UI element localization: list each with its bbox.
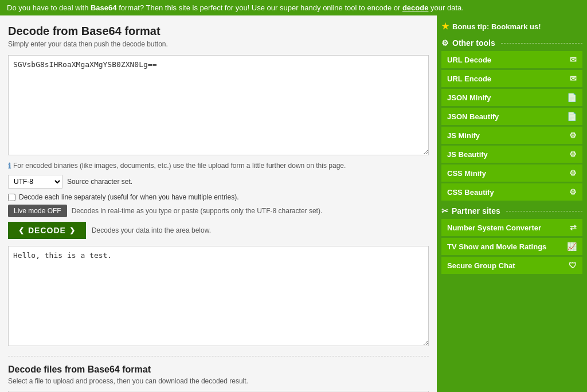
decode-row: ❮ DECODE ❯ Decodes your data into the ar…: [8, 222, 429, 239]
url-encode-icon: ✉: [570, 74, 577, 83]
css-minify-icon: ⚙: [569, 168, 577, 178]
tool-css-minify[interactable]: CSS Minify ⚙: [441, 164, 582, 182]
number-system-icon: ⇄: [570, 223, 577, 232]
tool-json-beautify[interactable]: JSON Beautify 📄: [441, 108, 582, 125]
controls-row: UTF-8 ASCII ISO-8859-1 Source character …: [8, 175, 429, 189]
decode-link[interactable]: decode: [402, 3, 429, 12]
live-mode-desc: Decodes in real-time as you type or past…: [72, 207, 323, 215]
charset-select[interactable]: UTF-8 ASCII ISO-8859-1: [8, 175, 62, 189]
secure-chat-icon: 🛡: [569, 261, 577, 270]
tool-css-minify-label: CSS Minify: [447, 169, 486, 178]
top-banner: Do you have to deal with Base64 format? …: [0, 0, 587, 15]
partner-number-system-label: Number System Converter: [447, 224, 541, 232]
tool-url-encode[interactable]: URL Encode ✉: [441, 70, 582, 87]
page-title: Decode from Base64 format: [8, 25, 429, 38]
output-textarea[interactable]: Hello, this is a test.: [8, 246, 429, 346]
decode-button[interactable]: ❮ DECODE ❯: [8, 222, 86, 239]
star-icon: ★: [441, 21, 449, 32]
decode-arrow-right: ❯: [69, 226, 76, 234]
partner-section: ✂ Partner sites Number System Converter …: [441, 206, 582, 274]
tool-url-decode[interactable]: URL Decode ✉: [441, 51, 582, 68]
bonus-tip-text: Bonus tip: Bookmark us!: [452, 22, 541, 31]
input-textarea[interactable]: [8, 55, 429, 155]
partner-tv-ratings-label: TV Show and Movie Ratings: [447, 242, 546, 251]
tool-js-beautify-label: JS Beautify: [447, 150, 488, 159]
json-beautify-icon: 📄: [567, 112, 577, 121]
live-mode-row: Live mode OFF Decodes in real-time as yo…: [8, 205, 429, 217]
js-minify-icon: ⚙: [569, 131, 577, 140]
section-divider: [8, 356, 429, 356]
page-subtitle: Simply enter your data then push the dec…: [8, 40, 429, 48]
partner-sites-title: ✂ Partner sites: [441, 206, 582, 215]
tool-js-minify-label: JS Minify: [447, 131, 480, 140]
partner-secure-chat-label: Secure Group Chat: [447, 261, 515, 270]
tool-url-encode-label: URL Encode: [447, 75, 491, 83]
js-beautify-icon: ⚙: [569, 150, 577, 159]
sidebar: ★ Bonus tip: Bookmark us! ⚙ Other tools …: [437, 15, 587, 392]
files-subtitle: Select a file to upload and process, the…: [8, 377, 429, 385]
tool-json-minify-label: JSON Minify: [447, 93, 491, 102]
charset-label: Source character set.: [67, 178, 132, 186]
bonus-tip: ★ Bonus tip: Bookmark us!: [441, 21, 582, 32]
content-area: Decode from Base64 format Simply enter y…: [0, 15, 437, 392]
main-layout: Decode from Base64 format Simply enter y…: [0, 15, 587, 392]
info-icon: ℹ: [8, 162, 11, 170]
tool-js-beautify[interactable]: JS Beautify ⚙: [441, 146, 582, 163]
separate-lines-checkbox[interactable]: [8, 194, 15, 201]
partner-secure-chat[interactable]: Secure Group Chat 🛡: [441, 257, 582, 274]
other-tools-title: ⚙ Other tools: [441, 38, 582, 48]
css-beautify-icon: ⚙: [569, 187, 577, 197]
tv-ratings-icon: 📈: [567, 242, 577, 251]
tool-js-minify[interactable]: JS Minify ⚙: [441, 127, 582, 144]
checkbox-row: Decode each line separately (useful for …: [8, 193, 429, 201]
decode-label: DECODE: [28, 226, 66, 235]
partner-icon: ✂: [441, 206, 448, 215]
tool-json-beautify-label: JSON Beautify: [447, 112, 499, 121]
tool-css-beautify-label: CSS Beautify: [447, 188, 494, 197]
tool-url-decode-label: URL Decode: [447, 56, 491, 64]
url-decode-icon: ✉: [570, 55, 577, 64]
info-row: ℹ For encoded binaries (like images, doc…: [8, 162, 429, 170]
decode-arrow-left: ❮: [18, 226, 25, 234]
json-minify-icon: 📄: [567, 93, 577, 102]
gear-icon: ⚙: [441, 38, 449, 48]
tools-list: URL Decode ✉ URL Encode ✉ JSON Minify 📄 …: [441, 51, 582, 201]
info-text: For encoded binaries (like images, docum…: [13, 162, 346, 170]
banner-text: Do you have to deal with Base64 format? …: [7, 3, 464, 12]
decode-desc: Decodes your data into the area below.: [92, 226, 211, 234]
checkbox-label: Decode each line separately (useful for …: [19, 193, 239, 201]
files-title: Decode files from Base64 format: [8, 364, 429, 375]
partner-number-system[interactable]: Number System Converter ⇄: [441, 219, 582, 236]
live-mode-button[interactable]: Live mode OFF: [8, 205, 67, 217]
partner-tv-ratings[interactable]: TV Show and Movie Ratings 📈: [441, 238, 582, 255]
tool-json-minify[interactable]: JSON Minify 📄: [441, 89, 582, 106]
tool-css-beautify[interactable]: CSS Beautify ⚙: [441, 183, 582, 201]
